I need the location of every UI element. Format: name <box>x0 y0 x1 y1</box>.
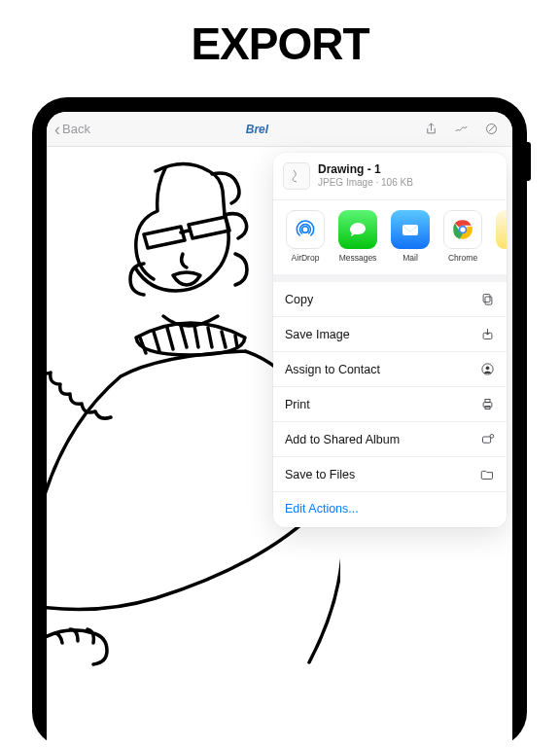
file-name: Drawing - 1 <box>318 162 495 176</box>
copy-icon <box>480 292 495 306</box>
back-button[interactable]: ‹ Back <box>54 121 90 138</box>
action-label: Copy <box>285 293 313 306</box>
action-copy[interactable]: Copy <box>273 282 507 317</box>
notes-icon <box>496 210 507 249</box>
save-image-icon <box>480 327 495 341</box>
action-label: Assign to Contact <box>285 363 380 376</box>
share-actions-list: Copy Save Image Assign to Contact <box>273 282 507 492</box>
svg-rect-14 <box>483 437 491 443</box>
app-label: Messages <box>339 253 377 263</box>
svg-rect-12 <box>485 400 490 403</box>
action-save-image[interactable]: Save Image <box>273 317 507 352</box>
app-logo: Brel <box>246 123 268 136</box>
airdrop-icon <box>286 210 325 249</box>
app-label: AirDrop <box>292 253 320 263</box>
share-sheet: Drawing - 1 JPEG Image · 106 KB AirDrop … <box>273 153 507 527</box>
shared-album-icon <box>480 432 495 446</box>
share-apps-row[interactable]: AirDrop Messages Mail <box>273 200 507 282</box>
file-meta: JPEG Image · 106 KB <box>318 177 495 188</box>
page-title: EXPORT <box>0 18 560 70</box>
svg-rect-6 <box>485 297 492 304</box>
share-app-airdrop[interactable]: AirDrop <box>283 210 328 263</box>
svg-point-1 <box>302 227 309 233</box>
action-print[interactable]: Print <box>273 387 507 422</box>
share-app-messages[interactable]: Messages <box>335 210 380 263</box>
folder-icon <box>480 467 495 481</box>
tablet-frame: ‹ Back Brel <box>32 97 527 747</box>
share-app-chrome[interactable]: Chrome <box>440 210 485 263</box>
edit-actions-link[interactable]: Edit Actions... <box>273 492 507 527</box>
mail-icon <box>391 210 430 249</box>
share-icon[interactable] <box>424 122 438 136</box>
action-label: Save Image <box>285 328 350 341</box>
chrome-icon <box>443 210 482 249</box>
nav-bar: ‹ Back Brel <box>47 112 512 147</box>
screen: ‹ Back Brel <box>47 112 512 747</box>
chevron-left-icon: ‹ <box>54 121 60 138</box>
action-label: Add to Shared Album <box>285 433 400 446</box>
action-assign-contact[interactable]: Assign to Contact <box>273 352 507 387</box>
tablet-side-button <box>527 142 531 181</box>
action-label: Save to Files <box>285 468 355 481</box>
color-picker-icon[interactable] <box>484 122 499 136</box>
svg-rect-7 <box>483 295 490 302</box>
file-thumbnail <box>283 162 310 190</box>
svg-point-10 <box>486 366 490 370</box>
action-save-files[interactable]: Save to Files <box>273 457 507 492</box>
scribble-icon[interactable] <box>454 122 469 136</box>
nav-tools <box>424 122 505 136</box>
action-label: Print <box>285 398 310 411</box>
back-label: Back <box>62 122 90 136</box>
app-label: Mail <box>402 253 418 263</box>
action-add-shared-album[interactable]: Add to Shared Album <box>273 422 507 457</box>
messages-icon <box>338 210 377 249</box>
svg-point-15 <box>490 435 494 439</box>
svg-point-5 <box>460 227 465 231</box>
contact-icon <box>480 362 495 376</box>
share-app-notes[interactable]: N <box>493 210 507 263</box>
print-icon <box>480 397 495 411</box>
share-app-mail[interactable]: Mail <box>388 210 433 263</box>
svg-rect-11 <box>483 403 492 408</box>
app-label: Chrome <box>448 253 477 263</box>
share-sheet-header: Drawing - 1 JPEG Image · 106 KB <box>273 153 507 200</box>
svg-rect-2 <box>402 225 418 235</box>
